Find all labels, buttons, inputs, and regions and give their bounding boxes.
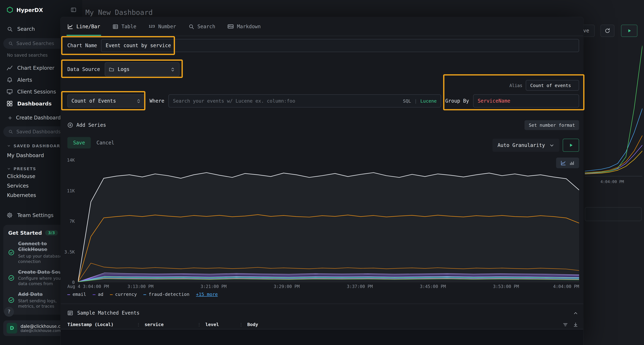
alias-input[interactable] <box>526 80 579 91</box>
series-row: Count of Events Where SQL | Lucene Group… <box>68 94 579 107</box>
background-panel-fragment <box>585 207 642 221</box>
tablegrid-icon <box>112 23 118 29</box>
select-stepper-icon <box>170 67 176 72</box>
user-email: dale@clickhouse.com's... <box>20 329 67 333</box>
sample-events-title: Sample Matched Events <box>77 310 140 316</box>
sidebar-item-label: Search <box>17 26 35 32</box>
chart-name-input[interactable] <box>101 39 579 52</box>
search-icon <box>8 129 13 134</box>
filter-icon[interactable] <box>562 322 568 327</box>
events-table-body <box>61 330 583 345</box>
group-by-label: Group By <box>445 98 469 104</box>
run-dashboard-button[interactable] <box>621 25 638 37</box>
table-column-header[interactable]: level <box>205 322 235 327</box>
sort-descending-icon[interactable] <box>573 322 578 327</box>
background-chart-plot <box>585 41 642 176</box>
refresh-icon <box>605 28 610 34</box>
get-started-title: Get Started <box>8 230 42 236</box>
alias-label: Alias <box>510 83 522 88</box>
sidebar-item-label: Client Sessions <box>17 89 56 95</box>
tab-table[interactable]: Table <box>112 17 136 35</box>
markdown-icon <box>228 23 234 29</box>
sidebar-collapse-button[interactable] <box>71 7 76 13</box>
table-column-header[interactable]: Timestamp (Local) <box>68 322 132 327</box>
save-button[interactable]: Save <box>68 137 91 148</box>
legend-item[interactable]: —fraud-detection <box>144 292 190 297</box>
sample-events-header: Sample Matched Events <box>68 307 578 319</box>
legend-item[interactable]: —ad <box>93 292 103 297</box>
legend-item[interactable]: —currency <box>110 292 137 297</box>
legend-label: fraud-detection <box>149 292 190 297</box>
aggregation-value: Count of Events <box>72 98 116 104</box>
legend-label: email <box>73 292 86 297</box>
plus-icon <box>8 115 12 120</box>
group-by-input[interactable] <box>473 94 579 107</box>
collapse-section-icon[interactable] <box>573 310 578 316</box>
where-searchbox: SQL | Lucene <box>168 94 441 107</box>
chart-area: 14K11K7K3.5K0 <box>61 160 583 282</box>
table-column-header[interactable]: service <box>144 322 193 327</box>
tab-number[interactable]: 123Number <box>149 17 176 35</box>
background-x-axis-label: 4:04:00 PM <box>600 179 624 184</box>
user-name: dale@clickhouse.c... <box>20 324 67 329</box>
column-separator: ⋮ <box>239 323 243 327</box>
data-source-select[interactable]: Logs <box>105 62 180 76</box>
play-icon <box>627 28 632 33</box>
page-title: My New Dashboard <box>86 8 153 16</box>
legend-more-link[interactable]: +15 more <box>196 292 218 297</box>
presets-section-label: PRESETS <box>14 167 36 171</box>
chart-name-label: Chart Name <box>68 43 97 48</box>
data-source-row: Data Source Logs <box>68 62 180 76</box>
monitor-icon <box>6 89 13 95</box>
tab-label: Line/Bar <box>76 23 100 29</box>
aggregation-select[interactable]: Count of Events <box>68 94 146 107</box>
run-chart-button[interactable] <box>562 139 579 152</box>
granularity-select[interactable]: Auto Granularity <box>493 139 560 152</box>
tab-label: Markdown <box>237 23 261 29</box>
alias-row: Alias <box>510 80 579 91</box>
legend-item[interactable]: —email <box>68 292 86 297</box>
x-axis-tick: 4:04:00 PM <box>553 284 579 289</box>
tab-line-bar[interactable]: Line/Bar <box>68 17 100 35</box>
folder-icon <box>109 67 114 72</box>
add-series-button[interactable]: Add Series <box>68 122 106 128</box>
legend-color-dash: — <box>144 292 146 297</box>
table-list-icon <box>68 310 73 316</box>
sidebar-item-label: Chart Explorer <box>17 65 54 71</box>
legend-label: ad <box>98 292 103 297</box>
brand-row: HyperDX <box>0 0 82 14</box>
line-chart-plot[interactable] <box>78 160 579 282</box>
refresh-button[interactable] <box>600 25 614 37</box>
check-circle-icon <box>8 292 14 309</box>
sidebar-item-label: Alerts <box>17 77 32 83</box>
table-column-header[interactable]: Body <box>247 322 562 327</box>
chevron-down-icon <box>7 167 11 171</box>
tab-markdown[interactable]: Markdown <box>228 17 261 35</box>
cancel-button[interactable]: Cancel <box>96 140 114 146</box>
tab-search[interactable]: Search <box>188 17 215 35</box>
get-started-progress-badge: 3/3 <box>45 230 58 235</box>
where-search-input[interactable] <box>173 98 400 104</box>
background-chart-fragment: 4:04:00 PM <box>585 41 642 185</box>
lucene-mode-toggle[interactable]: Lucene <box>420 98 437 104</box>
tab-label: Table <box>122 23 136 29</box>
linechart-icon <box>68 23 73 29</box>
select-stepper-icon <box>136 98 141 104</box>
chart-icon <box>6 65 13 71</box>
sql-mode-toggle[interactable]: SQL <box>403 98 411 104</box>
create-dashboard-label: Create Dashboard <box>16 115 61 121</box>
granularity-row: Auto Granularity <box>493 139 579 152</box>
circle-plus-icon <box>68 122 73 128</box>
legend-item[interactable]: +15 more <box>196 292 218 297</box>
actions-row: Save Cancel <box>68 137 114 148</box>
chart-legend: —email—ad—currency—fraud-detection+15 mo… <box>68 292 218 297</box>
x-axis: Aug 4 3:04:00 PM3:13:00 PM3:21:00 PM3:29… <box>68 284 579 289</box>
x-axis-tick: 3:13:00 PM <box>128 284 154 289</box>
y-axis-tick: 11K <box>67 188 75 193</box>
number-123-icon: 123 <box>149 25 155 28</box>
set-number-format-button[interactable]: Set number format <box>525 120 579 130</box>
tab-label: Search <box>198 23 216 29</box>
help-button[interactable]: ? <box>4 307 14 317</box>
add-series-label: Add Series <box>76 122 106 128</box>
column-separator: ⋮ <box>197 323 201 327</box>
